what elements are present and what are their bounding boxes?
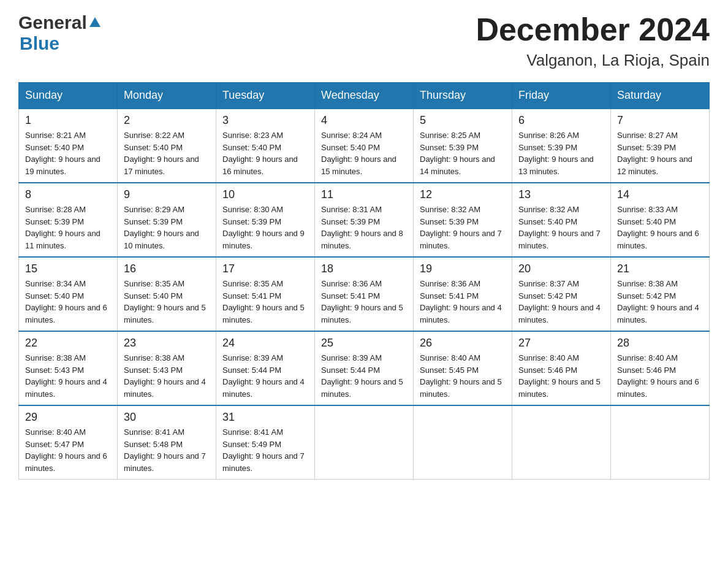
day-info: Sunrise: 8:38 AMSunset: 5:43 PMDaylight:… [124,352,210,400]
day-number: 25 [321,337,407,350]
day-info: Sunrise: 8:33 AMSunset: 5:40 PMDaylight:… [617,204,703,251]
day-number: 1 [25,114,111,127]
logo-triangle-icon [89,17,100,27]
table-row: 27 Sunrise: 8:40 AMSunset: 5:46 PMDaylig… [512,331,611,405]
logo-general-text: General [18,12,87,33]
table-row: 25 Sunrise: 8:39 AMSunset: 5:44 PMDaylig… [315,331,414,405]
header-tuesday: Tuesday [216,83,315,109]
table-row: 11 Sunrise: 8:31 AMSunset: 5:39 PMDaylig… [315,183,414,257]
day-info: Sunrise: 8:24 AMSunset: 5:40 PMDaylight:… [321,129,407,177]
header-monday: Monday [118,83,216,109]
header-friday: Friday [512,83,611,109]
day-number: 22 [25,337,111,350]
title-block: December 2024 Valganon, La Rioja, Spain [476,12,710,70]
header-wednesday: Wednesday [315,83,414,109]
day-info: Sunrise: 8:25 AMSunset: 5:39 PMDaylight:… [420,129,506,177]
logo-blue-text: Blue [20,33,59,53]
day-info: Sunrise: 8:23 AMSunset: 5:40 PMDaylight:… [222,129,308,177]
table-row: 13 Sunrise: 8:32 AMSunset: 5:40 PMDaylig… [512,183,611,257]
day-number: 9 [124,188,210,201]
day-number: 19 [420,262,506,275]
day-info: Sunrise: 8:32 AMSunset: 5:40 PMDaylight:… [518,204,604,251]
table-row: 18 Sunrise: 8:36 AMSunset: 5:41 PMDaylig… [315,257,414,331]
table-row: 5 Sunrise: 8:25 AMSunset: 5:39 PMDayligh… [414,109,512,183]
day-number: 5 [420,114,506,127]
day-number: 13 [518,188,604,201]
day-number: 12 [420,188,506,201]
day-info: Sunrise: 8:37 AMSunset: 5:42 PMDaylight:… [518,278,604,326]
day-info: Sunrise: 8:21 AMSunset: 5:40 PMDaylight:… [25,129,111,177]
table-row: 3 Sunrise: 8:23 AMSunset: 5:40 PMDayligh… [216,109,315,183]
day-info: Sunrise: 8:30 AMSunset: 5:39 PMDaylight:… [222,204,308,251]
table-row: 10 Sunrise: 8:30 AMSunset: 5:39 PMDaylig… [216,183,315,257]
day-info: Sunrise: 8:32 AMSunset: 5:39 PMDaylight:… [420,204,506,251]
table-row: 20 Sunrise: 8:37 AMSunset: 5:42 PMDaylig… [512,257,611,331]
day-number: 23 [124,337,210,350]
day-info: Sunrise: 8:39 AMSunset: 5:44 PMDaylight:… [222,352,308,400]
day-info: Sunrise: 8:35 AMSunset: 5:40 PMDaylight:… [124,278,210,326]
table-row: 22 Sunrise: 8:38 AMSunset: 5:43 PMDaylig… [19,331,118,405]
day-number: 6 [518,114,604,127]
table-row: 1 Sunrise: 8:21 AMSunset: 5:40 PMDayligh… [19,109,118,183]
calendar-week-3: 15 Sunrise: 8:34 AMSunset: 5:40 PMDaylig… [19,257,710,331]
day-number: 3 [222,114,308,127]
table-row: 12 Sunrise: 8:32 AMSunset: 5:39 PMDaylig… [414,183,512,257]
table-row: 7 Sunrise: 8:27 AMSunset: 5:39 PMDayligh… [611,109,710,183]
table-row: 31 Sunrise: 8:41 AMSunset: 5:49 PMDaylig… [216,405,315,480]
day-number: 29 [25,411,111,424]
day-info: Sunrise: 8:40 AMSunset: 5:45 PMDaylight:… [420,352,506,400]
table-row: 23 Sunrise: 8:38 AMSunset: 5:43 PMDaylig… [118,331,216,405]
header-sunday: Sunday [19,83,118,109]
day-number: 10 [222,188,308,201]
table-row: 15 Sunrise: 8:34 AMSunset: 5:40 PMDaylig… [19,257,118,331]
page-header: General Blue December 2024 Valganon, La … [18,12,710,70]
day-number: 26 [420,337,506,350]
day-info: Sunrise: 8:22 AMSunset: 5:40 PMDaylight:… [124,129,210,177]
day-number: 24 [222,337,308,350]
table-row [611,405,710,480]
table-row: 9 Sunrise: 8:29 AMSunset: 5:39 PMDayligh… [118,183,216,257]
day-info: Sunrise: 8:29 AMSunset: 5:39 PMDaylight:… [124,204,210,251]
table-row: 29 Sunrise: 8:40 AMSunset: 5:47 PMDaylig… [19,405,118,480]
day-info: Sunrise: 8:35 AMSunset: 5:41 PMDaylight:… [222,278,308,326]
day-info: Sunrise: 8:41 AMSunset: 5:49 PMDaylight:… [222,426,308,474]
day-number: 27 [518,337,604,350]
table-row: 28 Sunrise: 8:40 AMSunset: 5:46 PMDaylig… [611,331,710,405]
table-row [414,405,512,480]
table-row [512,405,611,480]
weekday-header-row: Sunday Monday Tuesday Wednesday Thursday… [19,83,710,109]
table-row: 8 Sunrise: 8:28 AMSunset: 5:39 PMDayligh… [19,183,118,257]
day-info: Sunrise: 8:36 AMSunset: 5:41 PMDaylight:… [420,278,506,326]
table-row: 30 Sunrise: 8:41 AMSunset: 5:48 PMDaylig… [118,405,216,480]
month-title: December 2024 [476,12,710,47]
table-row: 4 Sunrise: 8:24 AMSunset: 5:40 PMDayligh… [315,109,414,183]
day-number: 21 [617,262,703,275]
day-number: 11 [321,188,407,201]
table-row: 14 Sunrise: 8:33 AMSunset: 5:40 PMDaylig… [611,183,710,257]
calendar-week-1: 1 Sunrise: 8:21 AMSunset: 5:40 PMDayligh… [19,109,710,183]
table-row: 6 Sunrise: 8:26 AMSunset: 5:39 PMDayligh… [512,109,611,183]
day-info: Sunrise: 8:40 AMSunset: 5:46 PMDaylight:… [617,352,703,400]
table-row: 17 Sunrise: 8:35 AMSunset: 5:41 PMDaylig… [216,257,315,331]
day-info: Sunrise: 8:38 AMSunset: 5:42 PMDaylight:… [617,278,703,326]
logo: General Blue [18,12,100,54]
table-row: 19 Sunrise: 8:36 AMSunset: 5:41 PMDaylig… [414,257,512,331]
day-info: Sunrise: 8:31 AMSunset: 5:39 PMDaylight:… [321,204,407,251]
day-number: 30 [124,411,210,424]
header-thursday: Thursday [414,83,512,109]
location-title: Valganon, La Rioja, Spain [476,51,710,70]
day-number: 31 [222,411,308,424]
calendar-week-5: 29 Sunrise: 8:40 AMSunset: 5:47 PMDaylig… [19,405,710,480]
day-number: 16 [124,262,210,275]
day-number: 7 [617,114,703,127]
calendar-week-2: 8 Sunrise: 8:28 AMSunset: 5:39 PMDayligh… [19,183,710,257]
day-info: Sunrise: 8:28 AMSunset: 5:39 PMDaylight:… [25,204,111,251]
day-number: 4 [321,114,407,127]
day-info: Sunrise: 8:40 AMSunset: 5:47 PMDaylight:… [25,426,111,474]
day-number: 8 [25,188,111,201]
header-saturday: Saturday [611,83,710,109]
day-info: Sunrise: 8:36 AMSunset: 5:41 PMDaylight:… [321,278,407,326]
day-number: 18 [321,262,407,275]
calendar-table: Sunday Monday Tuesday Wednesday Thursday… [18,82,710,480]
day-info: Sunrise: 8:41 AMSunset: 5:48 PMDaylight:… [124,426,210,474]
